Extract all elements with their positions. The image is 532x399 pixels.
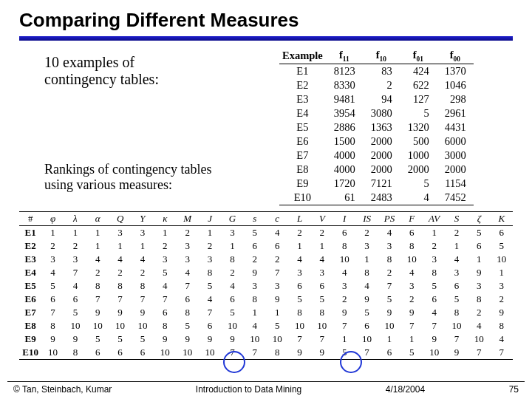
left-text-block: 10 examples of contingency tables: Ranki…: [15, 48, 273, 193]
ct-cell: 1720: [326, 177, 363, 191]
rank-cell: E10: [19, 346, 41, 360]
rank-cell: 3: [41, 253, 64, 266]
ct-row: E6150020005006000: [279, 134, 474, 149]
rank-cell: 6: [64, 293, 86, 306]
ct-row: E1061248347452: [279, 191, 474, 205]
rank-cell: 3: [132, 225, 154, 239]
rank-cell: 7: [109, 293, 131, 306]
ct-cell: 83: [363, 64, 400, 78]
rank-row: E7759996875118895994829: [19, 306, 513, 319]
ct-cell: 5: [400, 106, 437, 120]
rank-cell: 8: [446, 306, 468, 319]
rank-cell: 8: [378, 253, 400, 266]
rank-cell: 4: [266, 225, 288, 239]
rank-cell: 7: [468, 346, 490, 360]
rank-cell: 1: [64, 225, 86, 239]
rank-cell: 1: [468, 253, 490, 266]
rank-header: I: [333, 211, 355, 225]
rank-cell: 5: [221, 306, 243, 319]
rank-cell: 5: [355, 306, 378, 319]
rank-cell: 10: [177, 346, 199, 360]
ct-row: E2833026221046: [279, 78, 474, 92]
rank-cell: 4: [491, 332, 513, 346]
rank-cell: 9: [199, 332, 221, 346]
rank-cell: 2: [132, 266, 154, 279]
rank-cell: 2: [446, 225, 468, 239]
rankings-table-wrap: #φλαQYκMJGscLVIISPSFAVSζK E1111331213542…: [19, 211, 513, 360]
rank-cell: 4: [311, 253, 333, 266]
ct-cell: E9: [279, 177, 326, 191]
rank-cell: 1: [311, 239, 333, 253]
rank-cell: 6: [355, 319, 378, 332]
rank-cell: 10: [491, 253, 513, 266]
rank-cell: 4: [177, 266, 199, 279]
rank-row: E6667777646895529526582: [19, 293, 513, 306]
rank-header: IS: [355, 211, 378, 225]
rank-cell: 2: [109, 266, 131, 279]
rank-header: κ: [154, 211, 176, 225]
page-title: Comparing Different Measures: [19, 9, 517, 32]
rank-cell: 8: [132, 279, 154, 293]
rank-cell: 7: [355, 346, 378, 360]
rank-header: c: [266, 211, 288, 225]
rank-cell: 10: [446, 319, 468, 332]
rank-cell: 5: [400, 346, 423, 360]
rank-cell: 2: [154, 239, 176, 253]
ct-cell: 3000: [437, 149, 474, 163]
rank-cell: 10: [109, 319, 131, 332]
ct-header-f10: f10: [363, 48, 400, 64]
rank-cell: 2: [378, 266, 400, 279]
rank-cell: 1: [355, 253, 378, 266]
rank-cell: 10: [154, 346, 176, 360]
ct-cell: 1500: [326, 134, 363, 149]
rank-cell: 9: [311, 346, 333, 360]
ct-row: E91720712151154: [279, 177, 474, 191]
rank-cell: 9: [244, 266, 266, 279]
rank-header: M: [177, 211, 199, 225]
rank-header: λ: [64, 211, 86, 225]
rank-cell: 5: [109, 332, 131, 346]
rank-cell: 1: [378, 332, 400, 346]
rank-cell: 3: [64, 253, 86, 266]
rank-header: #: [19, 211, 41, 225]
rank-cell: 2: [177, 225, 199, 239]
footer-left: © Tan, Steinbach, Kumar: [13, 384, 112, 395]
rank-cell: 9: [154, 332, 176, 346]
rank-cell: 3: [378, 239, 400, 253]
rank-cell: 6: [177, 293, 199, 306]
rank-cell: 10: [199, 346, 221, 360]
rank-cell: 9: [177, 332, 199, 346]
ct-cell: 2483: [363, 191, 400, 205]
ct-cell: 4000: [326, 163, 363, 177]
ct-cell: 1046: [437, 78, 474, 92]
rank-cell: 2: [41, 239, 64, 253]
rank-line2: using various measures:: [44, 177, 172, 192]
rank-cell: 10: [355, 332, 378, 346]
rank-cell: 3: [109, 225, 131, 239]
rank-cell: 6: [154, 306, 176, 319]
rank-cell: 9: [491, 306, 513, 319]
ct-cell: 2000: [363, 134, 400, 149]
ct-row: E18123834241370: [279, 64, 474, 78]
rank-cell: 4: [132, 253, 154, 266]
rank-cell: 1: [221, 239, 243, 253]
rank-cell: 7: [446, 332, 468, 346]
footer-center: Introduction to Data Mining: [196, 384, 301, 395]
ct-cell: 1320: [400, 120, 437, 134]
rank-cell: 6: [86, 346, 109, 360]
rank-cell: E7: [19, 306, 41, 319]
rank-header: φ: [41, 211, 64, 225]
rank-cell: 7: [132, 293, 154, 306]
rank-cell: 5: [86, 332, 109, 346]
rank-cell: 7: [423, 319, 445, 332]
ct-cell: 3954: [326, 106, 363, 120]
ct-cell: 424: [400, 64, 437, 78]
rank-cell: 4: [423, 306, 445, 319]
rank-cell: 7: [177, 279, 199, 293]
rank-cell: E8: [19, 319, 41, 332]
rank-cell: 2: [333, 293, 355, 306]
rank-cell: 1: [132, 239, 154, 253]
rank-cell: 4: [244, 319, 266, 332]
ct-row: E74000200010003000: [279, 149, 474, 163]
rank-cell: 8: [109, 279, 131, 293]
